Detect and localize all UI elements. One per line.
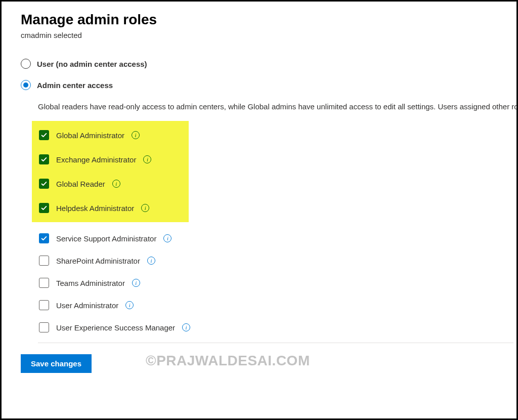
manage-admin-roles-panel: Manage admin roles cmadmin selected User… — [0, 0, 518, 420]
role-label: Global Reader — [56, 180, 105, 188]
role-row-teams-administrator: Teams Administrator i — [32, 272, 516, 294]
role-label: Exchange Administrator — [56, 155, 136, 164]
checkmark-icon — [40, 156, 48, 163]
divider — [38, 343, 513, 343]
role-row-user-experience-success-manager: User Experience Success Manager i — [32, 316, 516, 339]
role-row-global-administrator: Global Administrator i — [32, 123, 189, 147]
roles-list: Global Administrator i Exchange Administ… — [32, 121, 516, 339]
page-subtitle: cmadmin selected — [21, 31, 516, 39]
info-icon[interactable]: i — [112, 180, 120, 188]
role-row-global-reader: Global Reader i — [32, 172, 189, 196]
radio-admin-center-access[interactable]: Admin center access — [21, 80, 516, 90]
watermark: ©PRAJWALDESAI.COM — [146, 353, 310, 369]
role-row-user-administrator: User Administrator i — [32, 294, 516, 316]
info-icon[interactable]: i — [147, 257, 155, 265]
radio-label: User (no admin center access) — [37, 60, 147, 68]
checkmark-icon — [40, 204, 48, 212]
info-icon[interactable]: i — [141, 204, 149, 212]
role-row-exchange-administrator: Exchange Administrator i — [32, 147, 189, 172]
info-icon[interactable]: i — [143, 155, 151, 163]
role-label: Helpdesk Administrator — [56, 204, 134, 213]
info-icon[interactable]: i — [125, 301, 134, 309]
page-title: Manage admin roles — [21, 12, 516, 28]
radio-label: Admin center access — [37, 81, 113, 90]
checkbox-teams-administrator[interactable] — [39, 278, 49, 288]
checkbox-exchange-administrator[interactable] — [39, 154, 49, 164]
role-label: SharePoint Administrator — [56, 257, 140, 265]
radio-user-no-access[interactable]: User (no admin center access) — [21, 59, 516, 69]
radio-icon — [21, 80, 31, 90]
role-label: User Experience Success Manager — [56, 323, 175, 332]
checkmark-icon — [40, 235, 48, 242]
role-label: Teams Administrator — [56, 279, 125, 287]
admin-access-description: Global readers have read-only access to … — [38, 101, 516, 112]
highlighted-roles: Global Administrator i Exchange Administ… — [32, 121, 189, 222]
role-label: Global Administrator — [56, 131, 124, 140]
info-icon[interactable]: i — [182, 323, 190, 331]
checkbox-sharepoint-administrator[interactable] — [39, 256, 49, 266]
checkbox-helpdesk-administrator[interactable] — [39, 203, 49, 213]
checkbox-global-administrator[interactable] — [39, 130, 49, 140]
radio-icon — [21, 59, 31, 69]
checkmark-icon — [40, 180, 48, 187]
role-row-sharepoint-administrator: SharePoint Administrator i — [32, 249, 516, 272]
checkbox-global-reader[interactable] — [39, 179, 49, 189]
info-icon[interactable]: i — [163, 234, 171, 242]
role-label: User Administrator — [56, 301, 118, 310]
role-label: Service Support Administrator — [56, 234, 156, 243]
role-row-service-support-administrator: Service Support Administrator i — [32, 227, 516, 249]
role-row-helpdesk-administrator: Helpdesk Administrator i — [32, 196, 189, 220]
info-icon[interactable]: i — [132, 279, 140, 287]
info-icon[interactable]: i — [132, 131, 140, 139]
checkbox-service-support-administrator[interactable] — [39, 233, 49, 243]
checkbox-user-administrator[interactable] — [39, 300, 49, 310]
checkbox-user-experience-success-manager[interactable] — [39, 322, 49, 332]
checkmark-icon — [40, 132, 48, 139]
save-button[interactable]: Save changes — [21, 354, 92, 373]
radio-inner-dot-icon — [23, 82, 28, 88]
